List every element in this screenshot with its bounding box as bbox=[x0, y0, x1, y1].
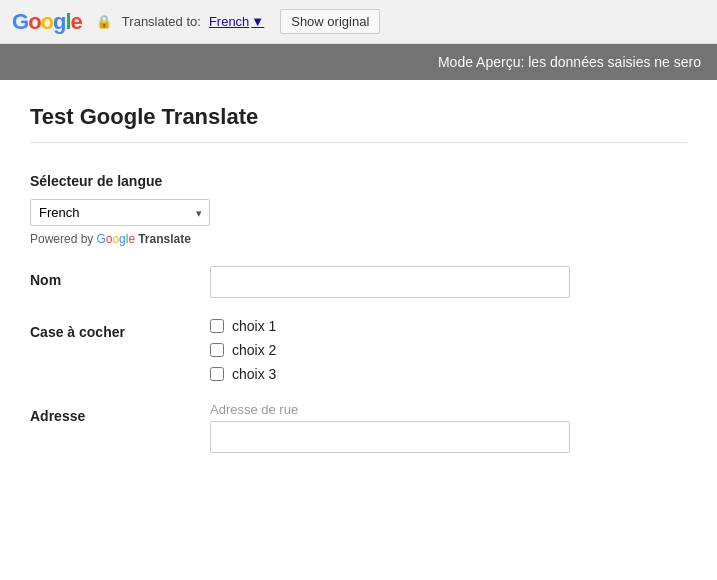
language-selector-section: Sélecteur de langue French ▾ Powered by … bbox=[30, 173, 687, 246]
checkbox-label: Case à cocher bbox=[30, 318, 210, 340]
powered-by: Powered by Google Translate bbox=[30, 232, 687, 246]
main-content: Test Google Translate Sélecteur de langu… bbox=[0, 80, 717, 497]
address-label: Adresse bbox=[30, 402, 210, 424]
name-input[interactable] bbox=[210, 266, 570, 298]
language-select-button[interactable]: French ▼ bbox=[209, 14, 264, 29]
list-item[interactable]: choix 3 bbox=[210, 366, 687, 382]
language-dropdown-wrapper[interactable]: French ▾ bbox=[30, 199, 210, 226]
address-placeholder: Adresse de rue bbox=[210, 402, 687, 417]
address-row: Adresse Adresse de rue bbox=[30, 402, 687, 453]
checkbox-choix2-label: choix 2 bbox=[232, 342, 276, 358]
google-brand: Google bbox=[96, 232, 135, 246]
show-original-button[interactable]: Show original bbox=[280, 9, 380, 34]
powered-by-prefix: Powered by bbox=[30, 232, 93, 246]
name-input-wrapper bbox=[210, 266, 687, 298]
list-item[interactable]: choix 2 bbox=[210, 342, 687, 358]
google-logo: Google bbox=[12, 9, 82, 35]
checkbox-choix1-label: choix 1 bbox=[232, 318, 276, 334]
address-input-wrapper: Adresse de rue bbox=[210, 402, 687, 453]
page-title: Test Google Translate bbox=[30, 104, 687, 143]
name-label: Nom bbox=[30, 266, 210, 288]
name-row: Nom bbox=[30, 266, 687, 298]
checkbox-group: choix 1 choix 2 choix 3 bbox=[210, 318, 687, 382]
list-item[interactable]: choix 1 bbox=[210, 318, 687, 334]
preview-text: Mode Aperçu: les données saisies ne sero bbox=[438, 54, 701, 70]
checkbox-choix3-label: choix 3 bbox=[232, 366, 276, 382]
checkbox-choix3[interactable] bbox=[210, 367, 224, 381]
checkbox-row: Case à cocher choix 1 choix 2 choix 3 bbox=[30, 318, 687, 382]
preview-bar: Mode Aperçu: les données saisies ne sero bbox=[0, 44, 717, 80]
translate-label: Translate bbox=[138, 232, 191, 246]
lock-icon: 🔒 bbox=[96, 14, 112, 29]
translated-to-label: Translated to: bbox=[122, 14, 201, 29]
checkbox-choix2[interactable] bbox=[210, 343, 224, 357]
address-input[interactable] bbox=[210, 421, 570, 453]
translate-bar: Google 🔒 Translated to: French ▼ Show or… bbox=[0, 0, 717, 44]
checkbox-choix1[interactable] bbox=[210, 319, 224, 333]
language-section-label: Sélecteur de langue bbox=[30, 173, 687, 189]
language-dropdown[interactable]: French bbox=[30, 199, 210, 226]
